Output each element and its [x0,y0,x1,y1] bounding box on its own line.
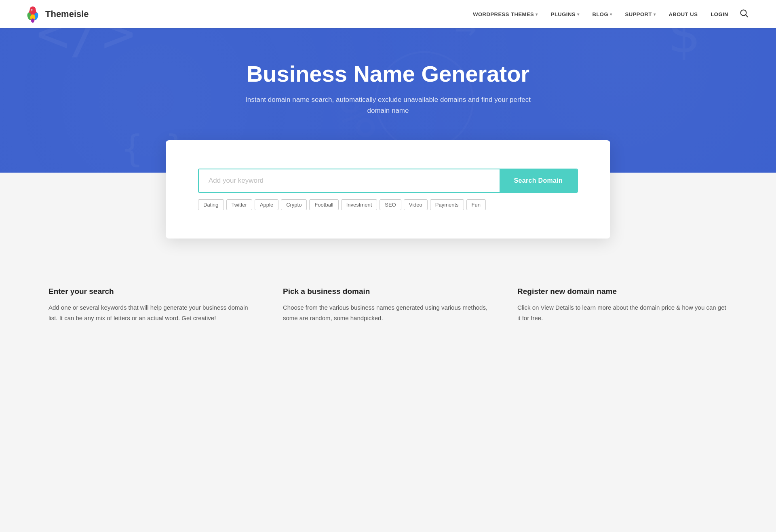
logo-area[interactable]: Themeisle [24,6,89,23]
tags-row: DatingTwitterAppleCryptoFootballInvestme… [198,199,578,210]
chevron-down-icon: ▾ [536,12,538,17]
parrot-logo-icon [24,6,41,23]
search-input[interactable] [199,169,500,192]
search-row: Search Domain [198,169,578,193]
info-body-1: Choose from the various business names g… [283,302,493,323]
tag-item[interactable]: Fun [466,199,486,210]
search-card: Search Domain DatingTwitterAppleCryptoFo… [166,140,610,239]
svg-text:</>: </> [36,28,135,65]
tag-item[interactable]: Video [404,199,428,210]
chevron-down-icon: ▾ [654,12,656,17]
info-title-0: Enter your search [48,287,259,296]
nav-about-us[interactable]: ABOUT US [664,8,702,21]
tag-item[interactable]: Twitter [226,199,252,210]
hero-subtitle: Instant domain name search, automaticall… [234,94,542,116]
tag-item[interactable]: Dating [198,199,224,210]
info-title-1: Pick a business domain [283,287,493,296]
tag-item[interactable]: Payments [430,199,464,210]
svg-text:#: # [242,28,268,38]
svg-text:→: → [455,28,477,49]
chevron-down-icon: ▾ [610,12,612,17]
info-body-0: Add one or several keywords that will he… [48,302,259,323]
svg-text:$: $ [667,28,700,65]
info-body-2: Click on View Details to learn more abou… [517,302,728,323]
nav-login[interactable]: LOGIN [706,8,733,21]
info-section: Enter your search Add one or several key… [0,263,776,355]
main-nav: WORDPRESS THEMES ▾ PLUGINS ▾ BLOG ▾ SUPP… [468,6,752,23]
brand-name: Themeisle [45,9,89,19]
nav-blog[interactable]: BLOG ▾ [588,8,617,21]
tag-item[interactable]: Football [309,199,338,210]
info-block-1: Pick a business domain Choose from the v… [283,287,493,323]
nav-wordpress-themes[interactable]: WORDPRESS THEMES ▾ [468,8,543,21]
info-block-0: Enter your search Add one or several key… [48,287,259,323]
nav-plugins[interactable]: PLUGINS ▾ [546,8,584,21]
search-domain-button[interactable]: Search Domain [500,169,577,192]
search-card-wrapper: Search Domain DatingTwitterAppleCryptoFo… [0,140,776,263]
nav-support[interactable]: SUPPORT ▾ [620,8,661,21]
page-title: Business Name Generator [24,61,752,87]
info-block-2: Register new domain name Click on View D… [517,287,728,323]
svg-point-9 [31,19,34,23]
tag-item[interactable]: SEO [380,199,401,210]
search-icon[interactable] [736,6,752,23]
info-title-2: Register new domain name [517,287,728,296]
svg-point-7 [31,9,32,10]
tag-item[interactable]: Crypto [281,199,307,210]
chevron-down-icon: ▾ [577,12,580,17]
svg-line-11 [746,15,748,17]
tag-item[interactable]: Investment [341,199,377,210]
site-header: Themeisle WORDPRESS THEMES ▾ PLUGINS ▾ B… [0,0,776,28]
tag-item[interactable]: Apple [255,199,278,210]
